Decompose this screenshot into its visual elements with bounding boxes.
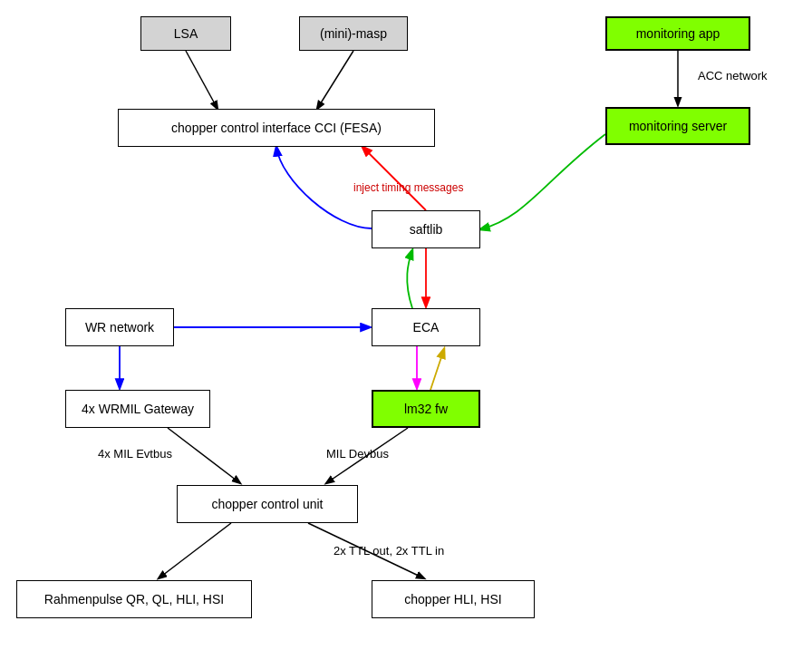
monitoring-app-node: monitoring app [605,16,750,51]
wr-network-node: WR network [65,308,174,346]
svg-line-8 [430,349,444,390]
lsa-node: LSA [140,16,231,51]
svg-line-1 [317,51,353,109]
svg-line-3 [362,147,426,210]
wr-network-label: WR network [85,320,154,335]
chopper-hli-label: chopper HLI, HSI [404,592,501,606]
inject-timing-label: inject timing messages [353,181,463,194]
wrmil-node: 4x WRMIL Gateway [65,390,210,428]
chopper-control-node: chopper control unit [177,485,358,523]
acc-network-label: ACC network [698,69,768,82]
chopper-hli-node: chopper HLI, HSI [372,580,535,618]
svg-line-9 [168,428,240,483]
chopper-control-label: chopper control unit [212,497,324,511]
svg-line-11 [159,523,231,578]
svg-line-0 [186,51,218,109]
mil-devbus-label: MIL Devbus [326,447,389,461]
diagram: LSA (mini)-masp monitoring app chopper c… [0,0,812,650]
lsa-label: LSA [174,26,198,41]
mil-evtbus-label: 4x MIL Evtbus [98,447,172,461]
saftlib-label: saftlib [410,222,443,237]
wrmil-label: 4x WRMIL Gateway [82,402,194,416]
eca-label: ECA [413,320,440,335]
minimasp-node: (mini)-masp [299,16,408,51]
cci-label: chopper control interface CCI (FESA) [171,121,382,135]
cci-node: chopper control interface CCI (FESA) [118,109,435,147]
ttl-label: 2x TTL out, 2x TTL in [334,544,444,558]
monitoring-server-label: monitoring server [629,119,727,133]
rahmenpulse-node: Rahmenpulse QR, QL, HLI, HSI [16,580,252,618]
eca-node: ECA [372,308,480,346]
monitoring-server-node: monitoring server [605,107,750,145]
rahmenpulse-label: Rahmenpulse QR, QL, HLI, HSI [44,592,224,606]
lm32-label: lm32 fw [404,402,448,416]
monitoring-app-label: monitoring app [636,26,720,41]
minimasp-label: (mini)-masp [320,26,387,41]
lm32-node: lm32 fw [372,390,480,428]
saftlib-node: saftlib [372,210,480,248]
